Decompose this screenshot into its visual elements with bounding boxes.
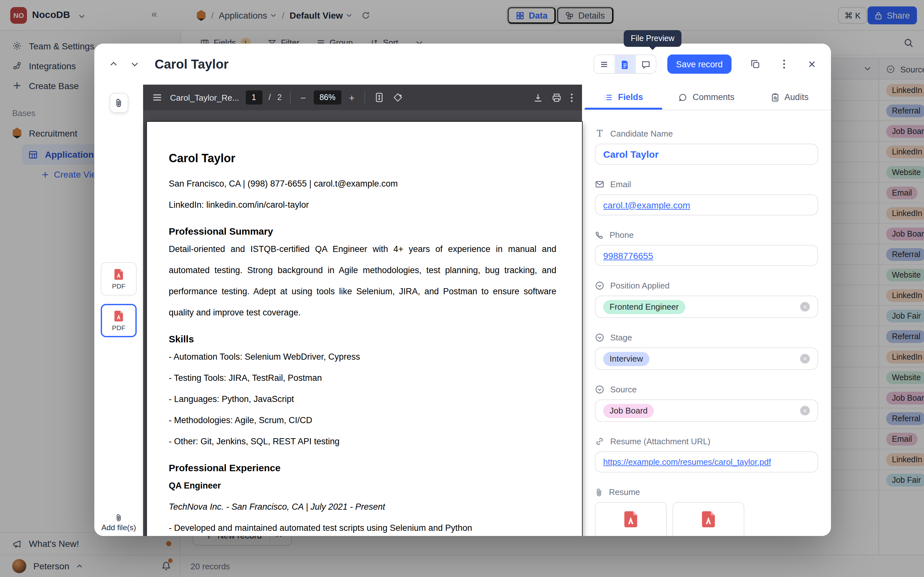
position-select[interactable]: Frontend Engineer × xyxy=(595,295,818,318)
tab-audits[interactable]: Audits xyxy=(748,85,831,110)
field-resume-url: Resume (Attachment URL) https://example.… xyxy=(595,437,818,472)
kebab-icon xyxy=(783,59,786,69)
panel-tabs: Fields Comments Audits xyxy=(582,85,831,110)
rotate-button[interactable] xyxy=(391,92,404,103)
attachment-rail: PDF PDF Add file(s) xyxy=(94,85,143,536)
add-files-button[interactable]: Add file(s) xyxy=(94,514,143,532)
select-field-icon xyxy=(595,385,604,394)
pdf-skills-list: - Automation Tools: Selenium WebDriver, … xyxy=(169,346,556,452)
paperclip-icon xyxy=(114,98,123,108)
pdf-skill-line: - Languages: Python, JavaScript xyxy=(169,388,556,410)
field-email: Email carol.t@example.com xyxy=(595,179,818,215)
list-icon xyxy=(599,59,609,69)
resume-url-input[interactable]: https://example.com/resumes/carol_taylor… xyxy=(595,451,818,472)
source-chip: Job Board xyxy=(603,404,654,418)
phone-input[interactable]: 9988776655 xyxy=(595,245,818,266)
phone-icon xyxy=(595,230,604,239)
pdf-page-input[interactable]: 1 xyxy=(246,90,262,105)
paperclip-icon xyxy=(595,488,603,496)
pdf-viewer: Carol_Taylor_Re... 1 / 2 − 86% + xyxy=(143,85,582,536)
pdf-skills-heading: Skills xyxy=(169,334,556,344)
position-chip: Frontend Engineer xyxy=(603,300,685,314)
paperclip-icon xyxy=(115,514,123,522)
pdf-toolbar: Carol_Taylor_Re... 1 / 2 − 86% + xyxy=(143,85,582,110)
resume-attachment-card-1[interactable] xyxy=(595,502,667,536)
pdf-more-menu[interactable] xyxy=(569,93,574,102)
audit-icon xyxy=(771,93,779,102)
save-record-button[interactable]: Save record xyxy=(667,55,732,74)
pdf-file-icon xyxy=(621,510,640,529)
text-field-icon: T xyxy=(595,128,604,139)
pdf-contact-line: San Francisco, CA | (998) 877-6655 | car… xyxy=(169,173,556,194)
pdf-page-count: 2 xyxy=(277,93,282,102)
record-view-switcher xyxy=(593,55,656,74)
attachment-thumb-pdf-1[interactable]: PDF xyxy=(101,262,137,295)
pdf-skill-line: - Other: Git, Jenkins, SQL, REST API tes… xyxy=(169,431,556,452)
pdf-doc-name: Carol Taylor xyxy=(169,152,556,165)
copy-record-url-button[interactable] xyxy=(746,58,764,70)
tab-comments[interactable]: Comments xyxy=(665,85,748,110)
pdf-experience-heading: Professional Experience xyxy=(169,462,556,473)
clear-value-icon[interactable]: × xyxy=(800,354,810,364)
fit-to-page-button[interactable] xyxy=(373,92,384,103)
pdf-file-icon xyxy=(112,268,125,281)
attachment-thumb-pdf-2[interactable]: PDF xyxy=(101,304,137,337)
file-preview-tooltip: File Preview xyxy=(624,30,682,47)
record-fields-panel: Fields Comments Audits T Can xyxy=(582,85,831,536)
pdf-page: Carol Taylor San Francisco, CA | (998) 8… xyxy=(147,122,582,536)
record-more-menu[interactable] xyxy=(779,58,790,70)
comments-toggle-button[interactable] xyxy=(635,55,656,73)
clear-value-icon[interactable]: × xyxy=(800,302,810,311)
close-icon[interactable]: × xyxy=(804,57,819,71)
field-stage: Stage Interview × xyxy=(595,333,818,370)
file-preview-button[interactable] xyxy=(614,55,635,73)
nocodb-app: NO NocoDB « / Applications / Default Vie… xyxy=(0,0,924,577)
expanded-record-modal: Carol Taylor Save record × xyxy=(94,44,831,536)
rotate-icon xyxy=(393,92,403,103)
zoom-level[interactable]: 86% xyxy=(314,90,341,105)
field-source: Source Job Board × xyxy=(595,385,818,422)
envelope-icon xyxy=(595,179,604,189)
link-icon xyxy=(595,437,604,446)
pdf-sidebar-toggle[interactable] xyxy=(151,92,164,103)
stage-chip: Interview xyxy=(603,351,649,366)
record-title: Carol Taylor xyxy=(155,57,228,71)
copy-icon xyxy=(750,59,761,69)
clear-value-icon[interactable]: × xyxy=(800,406,810,416)
previous-record-button[interactable] xyxy=(106,56,121,72)
file-preview-icon xyxy=(620,59,630,69)
comment-icon xyxy=(641,59,650,69)
print-icon[interactable] xyxy=(551,93,563,102)
tab-fields[interactable]: Fields xyxy=(582,85,665,110)
field-list-view-button[interactable] xyxy=(594,55,614,73)
field-phone: Phone 9988776655 xyxy=(595,230,818,266)
pdf-summary-text: Detail-oriented and ISTQB-certified QA E… xyxy=(169,239,556,323)
comment-icon xyxy=(678,93,688,102)
resume-attachment-card-2[interactable] xyxy=(672,502,744,536)
pdf-company-line: TechNova Inc. - San Francisco, CA | July… xyxy=(169,496,556,517)
pdf-page-divider: / xyxy=(268,93,271,102)
download-icon[interactable] xyxy=(532,93,544,102)
fields-form: T Candidate Name Carol Taylor Email caro… xyxy=(582,110,831,536)
pdf-file-icon xyxy=(112,309,125,322)
zoom-out-button[interactable]: − xyxy=(299,92,307,103)
source-select[interactable]: Job Board × xyxy=(595,400,818,422)
select-field-icon xyxy=(595,333,604,342)
attach-file-button[interactable] xyxy=(110,93,128,113)
fit-page-icon xyxy=(375,92,383,103)
pdf-experience-bullet: - Developed and maintained automated tes… xyxy=(169,517,556,536)
candidate-name-input[interactable]: Carol Taylor xyxy=(595,143,818,165)
pdf-filename: Carol_Taylor_Re... xyxy=(170,93,239,102)
pdf-linkedin-line: LinkedIn: linkedin.com/in/carol-taylor xyxy=(169,194,556,215)
select-field-icon xyxy=(595,281,604,290)
field-resume-attachment: Resume xyxy=(595,487,818,536)
pdf-skill-line: - Automation Tools: Selenium WebDriver, … xyxy=(169,346,556,367)
pdf-stage[interactable]: Carol Taylor San Francisco, CA | (998) 8… xyxy=(143,110,582,536)
field-candidate-name: T Candidate Name Carol Taylor xyxy=(595,128,818,165)
next-record-button[interactable] xyxy=(127,56,142,72)
email-input[interactable]: carol.t@example.com xyxy=(595,194,818,215)
zoom-in-button[interactable]: + xyxy=(348,92,356,103)
stage-select[interactable]: Interview × xyxy=(595,348,818,370)
record-header: Carol Taylor Save record × xyxy=(94,44,831,85)
field-position-applied: Position Applied Frontend Engineer × xyxy=(595,281,818,318)
